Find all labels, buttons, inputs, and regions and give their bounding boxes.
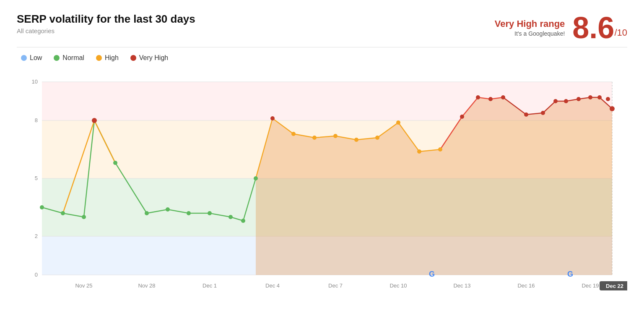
dot-dec22 [610, 106, 615, 111]
page-container: SERP volatility for the last 30 days All… [0, 0, 644, 332]
dot-green-7 [187, 211, 191, 215]
dot-dec16 [524, 112, 528, 117]
y-label-8: 8 [35, 117, 38, 123]
header: SERP volatility for the last 30 days All… [17, 13, 627, 43]
dot-green-9 [229, 215, 233, 219]
legend-item-very-high: Very High [130, 54, 168, 62]
x-label-dec19: Dec 19 [582, 282, 599, 289]
dot-green-5 [145, 211, 149, 215]
dot-dec6 [312, 136, 317, 140]
title-section: SERP volatility for the last 30 days All… [17, 13, 195, 34]
score-label: Very High range It's a Googlequake! [495, 18, 565, 37]
dot-green-6 [166, 207, 170, 212]
dot-green-8 [208, 211, 212, 215]
legend-item-normal: Normal [54, 54, 84, 62]
score-range: Very High range [495, 18, 565, 29]
legend-item-low: Low [21, 54, 42, 62]
score-display: 8.6/10 [572, 13, 627, 43]
low-dot [21, 55, 27, 61]
y-label-5: 5 [35, 175, 38, 181]
x-label-dec7: Dec 7 [328, 282, 343, 289]
score-desc: It's a Googlequake! [495, 30, 565, 37]
dot-green-10 [241, 219, 245, 223]
x-label-dec10: Dec 10 [390, 282, 407, 289]
dot-dec13 [460, 115, 464, 119]
score-denom: /10 [614, 27, 627, 38]
subtitle: All categories [17, 27, 195, 34]
dot-dec14 [476, 95, 480, 99]
x-label-dec1: Dec 1 [203, 282, 217, 289]
chart-svg: 10 8 5 2 0 Nov 25 Nov 28 Dec 1 Dec 4 Dec… [17, 69, 627, 292]
dot-dec8 [354, 138, 358, 142]
legend-label-very-high: Very High [139, 54, 168, 62]
dot-dec15 [488, 97, 493, 101]
dot-dec10 [396, 120, 400, 125]
chart-area: 10 8 5 2 0 Nov 25 Nov 28 Dec 1 Dec 4 Dec… [17, 69, 627, 292]
dot-peak-nov25 [92, 118, 97, 123]
x-label-dec16: Dec 16 [517, 282, 535, 289]
legend-label-high: High [105, 54, 119, 62]
dot-dec9 [375, 136, 379, 140]
dot-green-2 [61, 211, 65, 215]
main-title: SERP volatility for the last 30 days [17, 13, 195, 26]
dot-green-11 [254, 176, 258, 180]
dot-dec12 [438, 147, 442, 152]
y-label-0: 0 [35, 272, 38, 278]
x-label-nov25: Nov 25 [75, 282, 92, 289]
google-g-2: G [567, 270, 573, 278]
divider [17, 47, 627, 47]
legend-label-low: Low [30, 54, 42, 62]
dot-dec11 [417, 149, 421, 154]
y-label-2: 2 [35, 233, 38, 239]
dot-dec17 [541, 111, 545, 115]
legend-label-normal: Normal [62, 54, 84, 62]
y-label-10: 10 [32, 78, 38, 85]
dot-dec4 [270, 116, 275, 120]
x-label-dec4: Dec 4 [265, 282, 280, 289]
dot-dec7 [333, 134, 338, 138]
dot-dec19a [564, 99, 568, 103]
dec22-badge-label: Dec 22 [606, 283, 623, 289]
legend: Low Normal High Very High [21, 54, 627, 62]
normal-dot [54, 55, 60, 61]
dot-dec19b [576, 97, 581, 101]
x-label-nov28: Nov 28 [138, 282, 155, 289]
dot-dec20 [597, 95, 602, 99]
dot-dec5 [291, 132, 296, 136]
score-section: Very High range It's a Googlequake! 8.6/… [495, 13, 627, 43]
high-dot [96, 55, 102, 61]
google-g-1: G [429, 270, 435, 278]
score-number: 8.6 [572, 11, 614, 44]
dot-green-4 [113, 161, 117, 165]
legend-item-high: High [96, 54, 119, 62]
dot-green-3 [82, 215, 86, 219]
dot-dec21 [606, 97, 610, 101]
dot-dec19c [588, 95, 592, 99]
very-high-dot [130, 55, 136, 61]
dot-dec15b [501, 95, 505, 99]
dot-green-1 [40, 205, 44, 209]
x-label-dec13: Dec 13 [453, 282, 470, 289]
dot-dec18 [553, 99, 558, 103]
